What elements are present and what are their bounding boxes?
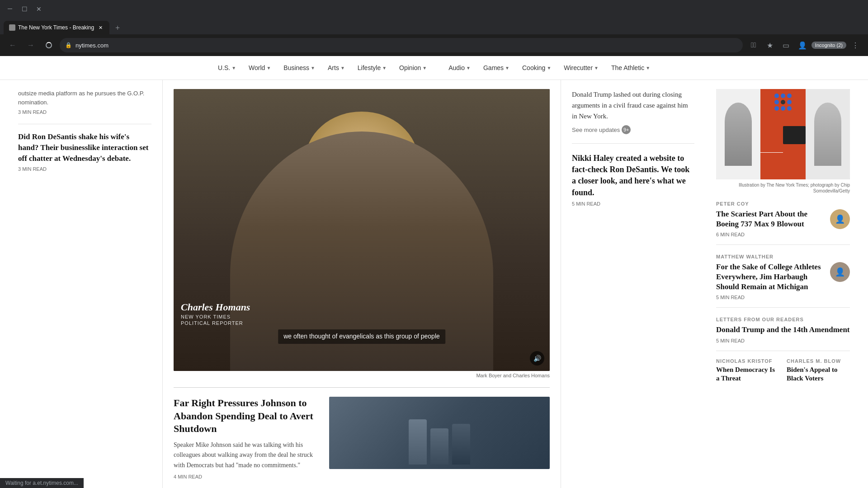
matthew-walther-content: For the Sake of College Athletes Everywh… — [716, 262, 850, 300]
page-content: U.S. ▼ World ▼ Business ▼ Arts ▼ Lifesty… — [0, 56, 868, 488]
nav-cooking-chevron: ▼ — [547, 66, 551, 70]
bookmark-icon[interactable]: ★ — [763, 38, 777, 52]
debate-image-inner — [716, 89, 850, 179]
nav-athletic[interactable]: The Athletic ▼ — [605, 61, 656, 74]
dot-1 — [774, 94, 779, 98]
cast-icon[interactable]: ▭ — [779, 38, 793, 52]
tab-close-button[interactable]: ✕ — [97, 24, 104, 31]
new-tab-button[interactable]: + — [111, 22, 124, 34]
url-text: nytimes.com — [75, 42, 737, 49]
browser-status-bar: Waiting for a.et.nytimes.com... — [0, 478, 84, 488]
nav-opinion-chevron: ▼ — [422, 66, 427, 70]
dot-2 — [781, 94, 785, 98]
nav-world[interactable]: World ▼ — [242, 61, 277, 74]
browser-window: ─ ☐ ✕ The New York Times - Breaking ✕ + … — [0, 0, 868, 56]
left-column: outsize media platform as he pursues the… — [18, 80, 163, 488]
profile-icon[interactable]: 👤 — [795, 38, 810, 52]
matthew-walther-avatar: 👤 — [830, 262, 850, 282]
lock-icon: 🔒 — [65, 42, 72, 48]
johnson-article-image — [329, 397, 550, 469]
nav-arts-chevron: ▼ — [340, 66, 345, 70]
johnson-read-time: 4 MIN READ — [174, 474, 318, 479]
nav-opinion[interactable]: Opinion ▼ — [393, 61, 433, 74]
update-count-badge: 9+ — [622, 125, 631, 134]
loading-spinner — [46, 42, 52, 48]
nav-lifestyle-chevron: ▼ — [382, 66, 387, 70]
nikki-read-time: 5 MIN READ — [572, 201, 694, 206]
right-image-section: Illustration by The New York Times; phot… — [716, 89, 850, 194]
bottom-opinions-grid: NICHOLAS KRISTOF When Democracy Is a Thr… — [716, 358, 850, 383]
toolbar-right: 👁̸ ★ ▭ 👤 Incognito (2) ⋮ — [746, 38, 863, 52]
nav-wirecutter[interactable]: Wirecutter ▼ — [557, 61, 605, 74]
trump-article[interactable]: Donald Trump lashed out during closing a… — [572, 89, 694, 144]
letters-label: LETTERS FROM OUR READERS — [716, 317, 850, 322]
nav-audio-chevron: ▼ — [466, 66, 471, 70]
dot-4 — [774, 100, 779, 104]
congress-image — [329, 397, 550, 469]
video-sound-button[interactable]: 🔊 — [530, 351, 544, 366]
nikki-article[interactable]: Nikki Haley created a website to fact-ch… — [572, 153, 694, 206]
peter-coy-opinion[interactable]: PETER COY The Scariest Part About the Bo… — [716, 201, 850, 245]
video-caption-overlay: we often thought of evangelicals as this… — [278, 329, 445, 344]
matthew-walther-read-time: 5 MIN READ — [716, 295, 826, 300]
tab-title-text: The New York Times - Breaking — [18, 24, 94, 31]
maximize-button[interactable]: ☐ — [18, 3, 31, 15]
nav-world-chevron: ▼ — [266, 66, 271, 70]
nav-games-chevron: ▼ — [505, 66, 509, 70]
eye-off-icon[interactable]: 👁̸ — [746, 38, 761, 52]
letters-section[interactable]: LETTERS FROM OUR READERS Donald Trump an… — [716, 317, 850, 351]
blow-opinion[interactable]: CHARLES M. BLOW Biden's Appeal to Black … — [787, 358, 850, 383]
section-divider — [174, 387, 550, 388]
main-navigation: U.S. ▼ World ▼ Business ▼ Arts ▼ Lifesty… — [0, 56, 868, 80]
peter-coy-avatar: 👤 — [830, 209, 850, 229]
letters-read-time: 5 MIN READ — [716, 338, 850, 343]
article1-read-time: 3 MIN READ — [18, 166, 151, 172]
johnson-article[interactable]: Far Right Pressures Johnson to Abandon S… — [174, 397, 550, 479]
address-bar[interactable]: 🔒 nytimes.com — [60, 38, 743, 52]
main-content-grid: outsize media platform as he pursues the… — [0, 80, 868, 488]
debate-illustration — [716, 89, 850, 179]
matthew-walther-opinion[interactable]: MATTHEW WALTHER For the Sake of College … — [716, 254, 850, 308]
dot-9 — [787, 106, 792, 111]
nav-business-chevron: ▼ — [311, 66, 315, 70]
article-teaser-partial[interactable]: outsize media platform as he pursues the… — [18, 89, 151, 115]
dot-7 — [774, 106, 779, 111]
active-tab[interactable]: The New York Times - Breaking ✕ — [4, 21, 109, 34]
nav-games[interactable]: Games ▼ — [477, 61, 516, 74]
nav-lifestyle[interactable]: Lifestyle ▼ — [351, 61, 393, 74]
minimize-button[interactable]: ─ — [4, 3, 16, 15]
peter-coy-content: The Scariest Part About the Boeing 737 M… — [716, 209, 850, 237]
tab-favicon — [9, 24, 15, 31]
nav-us-chevron: ▼ — [231, 66, 236, 70]
middle-right-column: Donald Trump lashed out during closing a… — [561, 80, 705, 488]
video-thumbnail — [174, 89, 550, 371]
video-photo-credit: Mark Boyer and Charles Homans — [174, 373, 550, 378]
forward-button[interactable]: → — [24, 38, 38, 52]
debate-panel-left — [716, 89, 760, 179]
debate-panel-center — [760, 89, 806, 179]
ron-desantis-article[interactable]: Did Ron DeSantis shake his wife's hand? … — [18, 131, 151, 172]
dot-3 — [787, 94, 792, 98]
center-column: Charles Homans NEW YORK TIMES POLITICAL … — [163, 80, 561, 488]
video-container[interactable]: Charles Homans NEW YORK TIMES POLITICAL … — [174, 89, 550, 371]
menu-button[interactable]: ⋮ — [848, 38, 863, 52]
nav-business[interactable]: Business ▼ — [277, 61, 321, 74]
status-text: Waiting for a.et.nytimes.com... — [5, 480, 78, 486]
divider-1 — [18, 124, 151, 124]
back-button[interactable]: ← — [5, 38, 20, 52]
right-column: Illustration by The New York Times; phot… — [705, 80, 850, 488]
dot-pattern — [774, 94, 792, 111]
browser-toolbar: ← → 🔒 nytimes.com 👁̸ ★ ▭ 👤 Incognito (2)… — [0, 34, 868, 56]
kristof-opinion[interactable]: NICHOLAS KRISTOF When Democracy Is a Thr… — [716, 358, 779, 383]
dot-5 — [781, 100, 785, 104]
teaser-read-time: 3 MIN READ — [18, 109, 151, 115]
reload-button[interactable] — [42, 38, 56, 52]
tab-bar: The New York Times - Breaking ✕ + — [0, 18, 868, 34]
close-button[interactable]: ✕ — [33, 3, 45, 15]
nav-cooking[interactable]: Cooking ▼ — [516, 61, 557, 74]
nav-arts[interactable]: Arts ▼ — [321, 61, 351, 74]
trump-update-badge[interactable]: See more updates 9+ — [572, 125, 631, 134]
debate-panel-right — [806, 89, 850, 179]
nav-us[interactable]: U.S. ▼ — [212, 61, 242, 74]
nav-audio[interactable]: Audio ▼ — [442, 61, 477, 74]
